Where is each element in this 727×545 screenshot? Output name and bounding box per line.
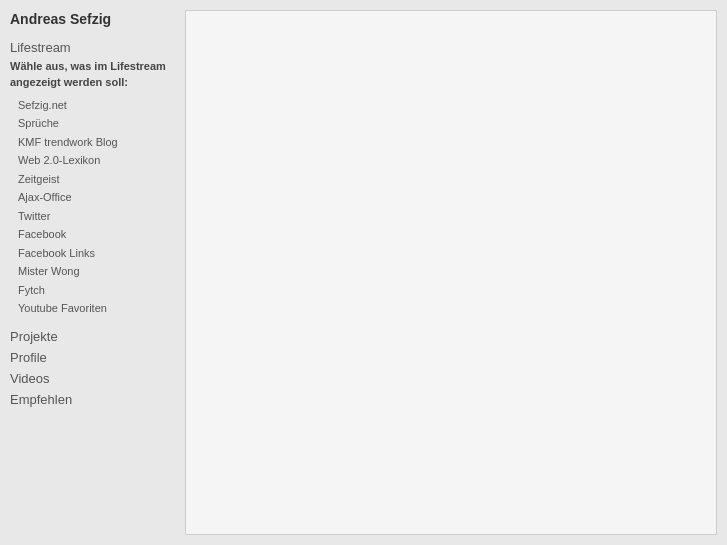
list-item[interactable]: Web 2.0-Lexikon xyxy=(10,151,175,170)
sidebar-item-projekte[interactable]: Projekte xyxy=(10,326,175,347)
content-area xyxy=(185,10,717,535)
list-item[interactable]: Ajax-Office xyxy=(10,188,175,207)
list-item[interactable]: Mister Wong xyxy=(10,262,175,281)
list-item[interactable]: Facebook Links xyxy=(10,244,175,263)
list-item[interactable]: Fytch xyxy=(10,281,175,300)
main-nav-list: Projekte Profile Videos Empfehlen xyxy=(10,326,175,410)
list-item[interactable]: Sefzig.net xyxy=(10,96,175,115)
sidebar: Andreas Sefzig Lifestream Wähle aus, was… xyxy=(10,10,175,535)
list-item[interactable]: Zeitgeist xyxy=(10,170,175,189)
sidebar-item-videos[interactable]: Videos xyxy=(10,368,175,389)
sidebar-item-profile[interactable]: Profile xyxy=(10,347,175,368)
list-item[interactable]: Youtube Favoriten xyxy=(10,299,175,318)
site-title: Andreas Sefzig xyxy=(10,10,175,28)
list-item[interactable]: KMF trendwork Blog xyxy=(10,133,175,152)
list-item[interactable]: Sprüche xyxy=(10,114,175,133)
lifestream-instruction: Wähle aus, was im Lifestream angezeigt w… xyxy=(10,59,175,90)
page-wrapper: Andreas Sefzig Lifestream Wähle aus, was… xyxy=(0,0,727,545)
list-item[interactable]: Twitter xyxy=(10,207,175,226)
lifestream-nav-title[interactable]: Lifestream xyxy=(10,40,175,55)
list-item[interactable]: Facebook xyxy=(10,225,175,244)
lifestream-section: Lifestream Wähle aus, was im Lifestream … xyxy=(10,40,175,318)
sidebar-item-empfehlen[interactable]: Empfehlen xyxy=(10,389,175,410)
lifestream-items-list: Sefzig.net Sprüche KMF trendwork Blog We… xyxy=(10,96,175,318)
